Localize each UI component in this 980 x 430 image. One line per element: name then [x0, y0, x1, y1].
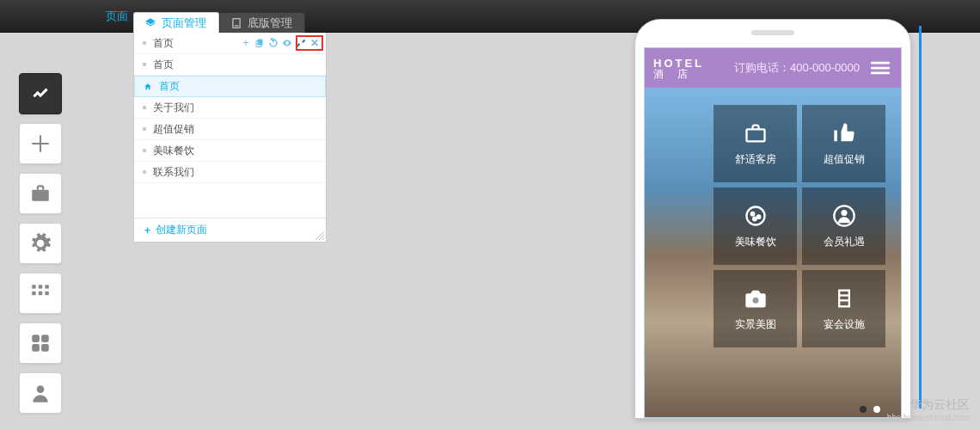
- page-item[interactable]: 首页: [134, 54, 326, 76]
- tool-modules[interactable]: [19, 322, 62, 364]
- briefcase-icon: [744, 121, 768, 145]
- member-icon: [832, 204, 856, 228]
- svg-rect-17: [871, 67, 890, 70]
- svg-rect-6: [32, 292, 35, 295]
- page-item[interactable]: 联系我们: [134, 162, 326, 183]
- tile-label: 宴会设施: [824, 317, 865, 332]
- page-item-active[interactable]: 首页: [134, 76, 326, 97]
- pizza-icon: [744, 204, 768, 228]
- left-toolbar: [19, 73, 62, 414]
- tile-label: 舒适客房: [735, 152, 776, 167]
- layers-icon: [144, 17, 156, 29]
- svg-rect-16: [871, 62, 890, 64]
- svg-point-13: [37, 385, 45, 393]
- tool-settings[interactable]: [19, 223, 62, 264]
- svg-rect-5: [45, 285, 48, 288]
- add-icon[interactable]: +: [240, 37, 252, 49]
- wrench-icon[interactable]: [295, 37, 307, 49]
- phone-number-text: 订购电话：400-000-0000: [704, 60, 868, 76]
- create-label: 创建新页面: [156, 223, 207, 237]
- copy-icon[interactable]: [254, 37, 266, 49]
- svg-rect-4: [39, 285, 42, 288]
- svg-rect-11: [32, 344, 40, 352]
- hotel-logo-text: HOTEL: [653, 58, 704, 69]
- dot-active[interactable]: [860, 406, 867, 413]
- svg-rect-9: [32, 335, 40, 342]
- page-panel: 首页 + ✕ 首页 首页 关于我们 超值促销 美味餐饮 联系我们 + 创建新页面: [133, 33, 327, 243]
- tile-label: 会员礼遇: [824, 235, 865, 249]
- page-item-label: 联系我们: [153, 165, 194, 180]
- home-icon: [144, 83, 152, 91]
- dot[interactable]: [873, 406, 880, 413]
- page-item-label: 首页: [159, 79, 180, 94]
- topbar-label: 页面: [106, 9, 128, 24]
- hamburger-icon: [871, 58, 890, 77]
- tile-photos[interactable]: 实景美图: [714, 270, 797, 347]
- svg-rect-2: [32, 190, 49, 201]
- svg-point-22: [756, 215, 760, 218]
- page-item[interactable]: 首页 + ✕: [134, 33, 326, 54]
- page-item-label: 关于我们: [153, 101, 194, 115]
- create-page-button[interactable]: + 创建新页面: [134, 218, 326, 242]
- tool-grid[interactable]: [19, 273, 62, 314]
- close-icon[interactable]: ✕: [309, 37, 321, 49]
- tile-label: 实景美图: [735, 317, 776, 332]
- svg-rect-18: [871, 72, 890, 75]
- tile-member[interactable]: 会员礼遇: [802, 187, 885, 265]
- svg-rect-3: [32, 285, 35, 288]
- tile-promo[interactable]: 超值促销: [802, 105, 885, 182]
- page-item-label: 美味餐饮: [153, 144, 194, 158]
- eye-icon[interactable]: [281, 37, 293, 49]
- svg-point-20: [746, 206, 764, 224]
- page-item[interactable]: 美味餐饮: [134, 140, 326, 162]
- hotel-cn-text: 酒 店: [653, 69, 704, 79]
- svg-rect-10: [41, 335, 49, 342]
- page-item-label: 首页: [153, 36, 174, 51]
- page-item[interactable]: 关于我们: [134, 97, 326, 119]
- svg-point-26: [752, 297, 758, 303]
- page-item[interactable]: 超值促销: [134, 119, 326, 140]
- svg-point-25: [841, 210, 847, 216]
- row-actions: + ✕: [240, 37, 321, 49]
- tool-briefcase[interactable]: [19, 173, 62, 214]
- camera-icon: [744, 286, 768, 310]
- tile-rooms[interactable]: 舒适客房: [714, 105, 797, 182]
- svg-rect-0: [233, 18, 240, 28]
- tool-user[interactable]: [19, 372, 62, 414]
- bullet-icon: [143, 41, 146, 45]
- phone-preview: HOTEL 酒 店 订购电话：400-000-0000 舒适客房 超值促销 美味…: [634, 19, 911, 419]
- carousel-dots: [860, 406, 880, 413]
- tab-page-mgmt[interactable]: 页面管理: [133, 12, 219, 33]
- svg-rect-8: [45, 292, 48, 295]
- svg-point-23: [753, 217, 756, 220]
- tool-apps[interactable]: [19, 73, 62, 114]
- svg-rect-27: [839, 290, 849, 306]
- page-item-label: 首页: [153, 58, 174, 72]
- tool-add[interactable]: [19, 123, 62, 164]
- tab-label: 页面管理: [162, 15, 206, 31]
- plus-icon: +: [144, 224, 150, 236]
- resize-handle-icon[interactable]: [315, 231, 324, 240]
- tile-food[interactable]: 美味餐饮: [714, 187, 797, 265]
- building-icon: [832, 286, 856, 310]
- svg-point-21: [750, 212, 754, 215]
- svg-rect-19: [746, 129, 764, 141]
- hamburger-menu[interactable]: [868, 56, 892, 80]
- phone-header: HOTEL 酒 店 订购电话：400-000-0000: [645, 48, 901, 88]
- document-icon: [230, 17, 242, 29]
- redo-icon[interactable]: [267, 37, 279, 49]
- svg-rect-12: [41, 344, 49, 352]
- tab-footer-mgmt[interactable]: 底版管理: [219, 12, 305, 33]
- tile-banquet[interactable]: 宴会设施: [802, 270, 885, 347]
- tab-label: 底版管理: [248, 15, 292, 31]
- page-item-label: 超值促销: [153, 122, 194, 137]
- tile-label: 超值促销: [824, 152, 865, 167]
- svg-rect-14: [258, 40, 263, 46]
- svg-rect-7: [39, 292, 42, 295]
- thumbsup-icon: [832, 121, 856, 145]
- tile-label: 美味餐饮: [735, 235, 776, 249]
- selection-edge: [919, 26, 922, 408]
